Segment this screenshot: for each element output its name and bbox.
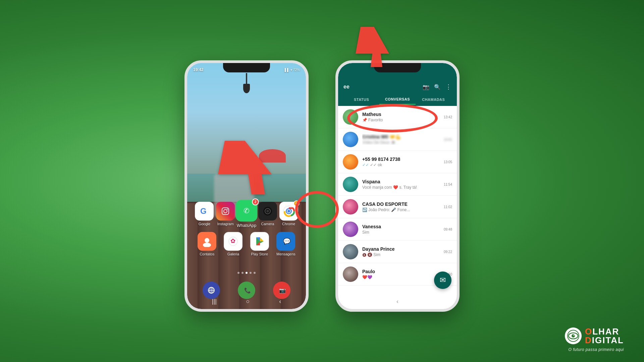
instagram-icon-img [216, 202, 235, 221]
app-camera[interactable]: Camera [258, 202, 277, 226]
app-chrome[interactable]: 5 Chrome [279, 202, 298, 226]
red-arrow-phone2-container [356, 27, 396, 68]
chat-preview-dayana: 🔇 🔇 Sim [362, 252, 440, 257]
wa-nav-back[interactable]: ‹ [396, 298, 398, 305]
svg-point-5 [227, 209, 228, 210]
contacts-icon-img [198, 232, 216, 251]
chat-name-matheus: Matheus [362, 112, 440, 117]
wa-menu-icon[interactable]: ⋮ [445, 83, 451, 90]
chat-vanessa[interactable]: Vanessa Sim 09:48 [338, 218, 457, 241]
chat-preview-2: Vídeo De Deus ☕ [362, 140, 440, 145]
chat-preview-vispana: Você manja com ❤️ s. Tray tá! [362, 185, 440, 190]
messages-label: Mensagens [276, 252, 296, 256]
wa-title: ee [343, 84, 419, 90]
wa-fab[interactable]: ✉ [434, 272, 451, 289]
dot-3 [246, 272, 248, 274]
tab-chats[interactable]: CONVERSAS [379, 95, 415, 105]
chat-2[interactable]: Cristina W0 🤝💪 Vídeo De Deus ☕ 13:41 [338, 128, 457, 151]
chat-info-vispana: Vispana Você manja com ❤️ s. Tray tá! [362, 179, 440, 190]
chat-info-matheus: Matheus 📌 Favorito [362, 112, 440, 122]
whatsapp-badge: 2 [252, 198, 259, 205]
app-instagram[interactable]: Instagram [216, 202, 235, 226]
fab-icon: ✉ [440, 276, 446, 285]
tab-status[interactable]: STATUS [343, 95, 379, 104]
nav-menu[interactable]: ||| [212, 298, 217, 305]
phone1-screen: 19:42 ▌▌ ▾ 72% [187, 63, 306, 309]
wa-search-icon[interactable]: 🔍 [434, 84, 441, 90]
phone1-navbar: ||| ○ ‹ [187, 297, 306, 306]
avatar-dayana [343, 244, 358, 259]
tick-icon-3: ✓✓ [362, 163, 369, 167]
app-whatsapp[interactable]: ✆ 2 WhatsApp [236, 200, 257, 228]
hanging-lamp [246, 73, 247, 93]
logo-tagline: O futuro passa primeiro aqui [569, 347, 624, 352]
mute-icon-dayana: 🔇 [362, 253, 366, 257]
phone1-notch [223, 63, 270, 72]
chat-time-vanessa: 09:48 [444, 228, 452, 231]
avatar-vispana [343, 177, 358, 192]
chrome-label: Chrome [282, 222, 295, 226]
svg-text:💬: 💬 [283, 238, 291, 245]
svg-point-4 [224, 209, 227, 213]
chat-casa-esporte[interactable]: CASA DO ESPORTE ↩️ João Pedro: 🎤 Fone...… [338, 196, 457, 218]
chat-3[interactable]: +55 99 8174 2738 ✓✓ ✓✓ ok 13:05 [338, 151, 457, 173]
chat-time-dayana: 09:22 [444, 250, 452, 254]
phone2-wrapper: ee 📷 🔍 ⋮ STATUS CONVERSAS CHAMADAS [335, 60, 460, 312]
dot-1 [237, 272, 239, 274]
phone2-navbar: ‹ [338, 297, 457, 306]
app-grid: G Google Instagram [187, 202, 306, 262]
wifi-icon: ▾ [290, 68, 292, 72]
chat-preview-3: ✓✓ ✓✓ ok [362, 163, 440, 167]
google-icon-img: G [195, 202, 214, 221]
chat-info-casa-esporte: CASA DO ESPORTE ↩️ João Pedro: 🎤 Fone... [362, 201, 440, 212]
wa-camera-icon[interactable]: 📷 [423, 84, 429, 90]
chat-meta-dayana: 09:22 [444, 250, 452, 254]
chat-meta-casa-esporte: 11:02 [444, 205, 452, 209]
red-parasol [259, 149, 286, 163]
svg-text:📷: 📷 [279, 287, 286, 294]
playstore-icon-img [250, 232, 269, 251]
eye-icon [567, 329, 580, 342]
battery-icon: 72% [293, 68, 300, 72]
chat-dayana[interactable]: Dayana Prince 🔇 🔇 Sim 09:22 [338, 241, 457, 263]
svg-point-37 [572, 334, 575, 338]
chat-preview-casa-esporte: ↩️ João Pedro: 🎤 Fone... [362, 207, 440, 212]
svg-text:✿: ✿ [230, 238, 235, 244]
chat-time-3: 13:05 [444, 160, 452, 164]
instagram-label: Instagram [217, 222, 234, 226]
svg-point-15 [205, 238, 209, 243]
chat-name-vispana: Vispana [362, 179, 440, 184]
pin-icon: 📌 [362, 118, 367, 122]
messages-icon-img: 💬 [276, 232, 295, 251]
app-playstore[interactable]: Play Store [250, 232, 269, 256]
signal-icon: ▌▌ [285, 68, 289, 72]
phone1-frame: 19:42 ▌▌ ▾ 72% [184, 60, 309, 312]
google-label: Google [199, 222, 210, 226]
logo-circle [565, 327, 582, 344]
chat-preview-vanessa: Sim [362, 230, 440, 235]
chat-name-dayana: Dayana Prince [362, 246, 440, 252]
phone1-wallpaper-bg: 19:42 ▌▌ ▾ 72% [187, 63, 306, 309]
app-gallery[interactable]: ✿ Galeria [224, 232, 243, 256]
whatsapp-screen: ee 📷 🔍 ⋮ STATUS CONVERSAS CHAMADAS [338, 63, 457, 309]
avatar-paulo [343, 266, 358, 282]
whatsapp-label: WhatsApp [237, 223, 256, 228]
svg-text:📞: 📞 [244, 287, 251, 294]
scene: 19:42 ▌▌ ▾ 72% [0, 0, 644, 362]
wa-header-icons: 📷 🔍 ⋮ [423, 83, 451, 90]
app-google[interactable]: G Google [195, 202, 214, 226]
avatar-vanessa [343, 222, 358, 237]
chat-info-2: Cristina W0 🤝💪 Vídeo De Deus ☕ [362, 134, 440, 145]
svg-marker-34 [356, 27, 389, 67]
chat-matheus[interactable]: Matheus 📌 Favorito 13:42 [338, 106, 457, 128]
nav-back[interactable]: ‹ [279, 298, 281, 305]
dot-4 [250, 272, 252, 274]
chat-vispana[interactable]: Vispana Você manja com ❤️ s. Tray tá! 11… [338, 173, 457, 196]
page-dots [187, 272, 306, 274]
chrome-icon-img: 5 [279, 202, 298, 221]
nav-home[interactable]: ○ [246, 298, 250, 305]
tab-calls[interactable]: CHAMADAS [416, 95, 451, 104]
svg-point-16 [203, 243, 211, 247]
app-messages[interactable]: 💬 Mensagens [276, 232, 296, 256]
app-contacts[interactable]: Contatos [198, 232, 216, 256]
